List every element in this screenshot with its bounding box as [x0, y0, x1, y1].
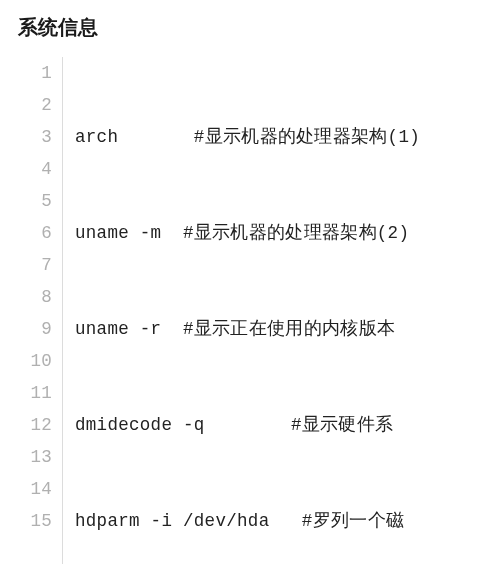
line-number: 11 — [14, 377, 52, 409]
section-heading: 系统信息 — [18, 14, 492, 41]
line-number: 2 — [14, 89, 52, 121]
page: 系统信息 1 2 3 4 5 6 7 8 9 10 11 12 13 14 15… — [0, 0, 500, 564]
line-number: 5 — [14, 185, 52, 217]
line-number: 15 — [14, 505, 52, 537]
line-number: 8 — [14, 281, 52, 313]
line-number: 14 — [14, 473, 52, 505]
code-line: uname -r #显示正在使用的内核版本 — [75, 313, 420, 345]
line-number: 3 — [14, 121, 52, 153]
line-number: 13 — [14, 441, 52, 473]
line-number-gutter: 1 2 3 4 5 6 7 8 9 10 11 12 13 14 15 — [14, 57, 62, 564]
line-number: 6 — [14, 217, 52, 249]
code-line: uname -m #显示机器的处理器架构(2) — [75, 217, 420, 249]
line-number: 12 — [14, 409, 52, 441]
code-line: hdparm -i /dev/hda #罗列一个磁 — [75, 505, 420, 537]
code-line: dmidecode -q #显示硬件系 — [75, 409, 420, 441]
code-block: 1 2 3 4 5 6 7 8 9 10 11 12 13 14 15 arch… — [14, 57, 492, 564]
code-lines: arch #显示机器的处理器架构(1) uname -m #显示机器的处理器架构… — [62, 57, 420, 564]
line-number: 10 — [14, 345, 52, 377]
code-line: arch #显示机器的处理器架构(1) — [75, 121, 420, 153]
line-number: 7 — [14, 249, 52, 281]
line-number: 1 — [14, 57, 52, 89]
line-number: 9 — [14, 313, 52, 345]
line-number: 4 — [14, 153, 52, 185]
